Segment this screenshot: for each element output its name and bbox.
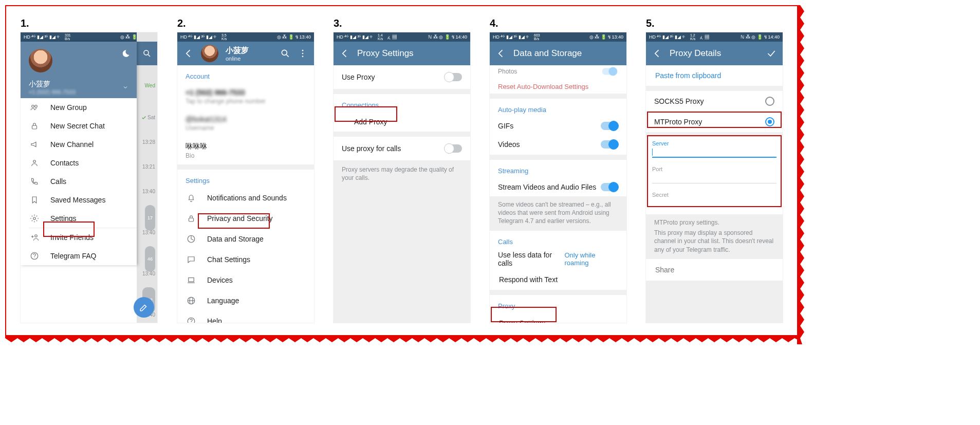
screen-5-proxy-details: HD ⁴ᴳ ▮◢ ³ᴳ ▮◢ ᯤ 1.2K/s ぇ ▦ ℕ ⁂ ◎ 🔋 ↯14:…: [646, 32, 783, 323]
back-icon[interactable]: [183, 48, 194, 59]
toggle-switch[interactable]: [602, 68, 617, 75]
megaphone-icon: [29, 140, 40, 149]
toggle-switch[interactable]: [445, 144, 462, 153]
screen-4-data-storage: HD ⁴ᴳ ▮◢ ³ᴳ ▮◢ ᯤ 603B/s ◎ ⁂ 🔋 ↯13:40 Dat…: [490, 32, 626, 323]
screen-1-drawer: HD ⁴ᴳ ▮◢ ³ᴳ ▮◢ ᯤ 331B/s ◎ ⁂ 🔋 ↯13:40 Wed…: [21, 32, 157, 323]
back-icon[interactable]: [340, 48, 350, 59]
settings-language[interactable]: Language: [177, 290, 314, 311]
less-data-row[interactable]: Use less data for calls Only while roami…: [490, 249, 626, 269]
drawer-label: Telegram FAQ: [50, 252, 96, 260]
proxy-settings-row[interactable]: Proxy Settings: [490, 313, 626, 323]
settings-privacy[interactable]: Privacy and Security: [177, 208, 314, 229]
search-icon[interactable]: [280, 48, 290, 59]
screen-3-proxy-settings: HD ⁴ᴳ ▮◢ ³ᴳ ▮◢ ᯤ 1.4K/s ぇ ▦ ℕ ⁂ ◎ 🔋 ↯14:…: [334, 32, 470, 323]
drawer-item-invite[interactable]: Invite Friends: [21, 228, 137, 247]
screen-2-settings: HD ⁴ᴳ ▮◢ ³ᴳ ▮◢ ᯤ 3.5K/s ◎ ⁂ 🔋 ↯13:40 小菠萝…: [177, 32, 314, 323]
account-bio[interactable]: 咻咻咻 Bio: [177, 137, 314, 164]
use-proxy-calls-toggle[interactable]: Use proxy for calls: [334, 137, 470, 160]
settings-data-storage[interactable]: Data and Storage: [177, 229, 314, 249]
toggle-switch[interactable]: [601, 183, 618, 191]
port-input[interactable]: [652, 172, 776, 183]
drawer-item-calls[interactable]: Calls: [21, 172, 137, 191]
back-icon[interactable]: [652, 48, 662, 59]
drawer-label: New Channel: [50, 140, 94, 149]
paste-clipboard[interactable]: Paste from clipboard: [646, 65, 783, 86]
svg-point-9: [35, 235, 38, 237]
step-5-label: 5.: [646, 17, 655, 29]
videos-toggle[interactable]: Videos: [490, 135, 626, 154]
socks5-radio[interactable]: SOCKS5 Proxy: [646, 91, 783, 112]
section-account: Account: [177, 65, 314, 83]
drawer-item-saved[interactable]: Saved Messages: [21, 191, 137, 209]
use-proxy-toggle[interactable]: Use Proxy: [334, 65, 470, 89]
account-dropdown-icon[interactable]: [122, 84, 128, 90]
reset-auto-download[interactable]: Reset Auto-Download Settings: [490, 80, 626, 94]
port-field[interactable]: Port: [646, 163, 783, 189]
svg-point-3: [35, 105, 38, 108]
server-input[interactable]: [652, 146, 776, 158]
svg-point-12: [282, 50, 287, 55]
status-bar: HD ⁴ᴳ ▮◢ ³ᴳ ▮◢ ᯤ 1.4K/s ぇ ▦ ℕ ⁂ ◎ 🔋 ↯14:…: [334, 32, 470, 42]
drawer-label: Settings: [50, 214, 77, 223]
respond-text-row[interactable]: Respond with Text: [490, 269, 626, 290]
add-proxy-row[interactable]: Add Proxy: [334, 112, 470, 132]
section-streaming: Streaming: [490, 160, 626, 178]
toggle-switch[interactable]: [601, 140, 618, 149]
data-icon: [186, 234, 197, 244]
night-mode-icon[interactable]: [120, 49, 131, 59]
photos-toggle[interactable]: Photos: [490, 65, 626, 80]
drawer-item-contacts[interactable]: Contacts: [21, 154, 137, 172]
chat-icon: [186, 255, 197, 264]
toggle-switch[interactable]: [445, 73, 462, 81]
settings-help[interactable]: Help: [177, 311, 314, 323]
gifs-toggle[interactable]: GIFs: [490, 117, 626, 135]
bell-icon: [186, 193, 197, 202]
gear-icon: [29, 214, 40, 223]
stream-toggle[interactable]: Stream Videos and Audio Files: [490, 178, 626, 196]
settings-notifications[interactable]: Notifications and Sounds: [177, 188, 314, 208]
drawer-item-settings[interactable]: Settings: [21, 209, 137, 228]
compose-fab[interactable]: [134, 297, 154, 318]
back-icon[interactable]: [496, 48, 506, 59]
server-field[interactable]: Server: [646, 137, 783, 163]
settings-chat[interactable]: Chat Settings: [177, 249, 314, 270]
drawer-item-new-group[interactable]: New Group: [21, 98, 137, 117]
svg-rect-17: [189, 218, 194, 221]
menu-icon[interactable]: [298, 48, 308, 59]
drawer-item-new-secret[interactable]: New Secret Chat: [21, 117, 137, 135]
radio-button[interactable]: [765, 117, 774, 126]
mtproto-radio[interactable]: MTProto Proxy: [646, 112, 783, 132]
toggle-label: Use proxy for calls: [342, 144, 401, 153]
avatar[interactable]: [29, 49, 52, 72]
page-title: Proxy Settings: [357, 48, 414, 59]
title-bar: Proxy Details: [646, 42, 783, 65]
radio-button[interactable]: [765, 97, 774, 106]
avatar[interactable]: [201, 45, 218, 62]
search-icon[interactable]: [137, 42, 157, 65]
drawer-header[interactable]: 小菠萝 +1 (502) 966-7533: [21, 42, 137, 98]
account-phone[interactable]: +1 (502) 966-7533 Tap to change phone nu…: [177, 83, 314, 110]
zigzag-right: [797, 5, 807, 344]
svg-rect-4: [32, 125, 37, 129]
share-row[interactable]: Share: [646, 259, 783, 281]
status-bar: HD ⁴ᴳ ▮◢ ³ᴳ ▮◢ ᯤ 3.5K/s ◎ ⁂ 🔋 ↯13:40: [177, 32, 314, 42]
status-bar: HD ⁴ᴳ ▮◢ ³ᴳ ▮◢ ᯤ 1.2K/s ぇ ▦ ℕ ⁂ ◎ 🔋 ↯14:…: [646, 32, 783, 42]
drawer-item-faq[interactable]: Telegram FAQ: [21, 247, 137, 265]
settings-label: Notifications and Sounds: [207, 194, 287, 202]
chat-timestamps: Wed Sat 13:28 13:21 13:4017 13:4046 13:4…: [138, 73, 155, 323]
section-calls: Calls: [490, 231, 626, 249]
section-connections: Connections: [334, 94, 470, 112]
check-icon[interactable]: [766, 48, 776, 59]
settings-devices[interactable]: Devices: [177, 270, 314, 290]
settings-label: Language: [207, 297, 239, 305]
drawer-label: Calls: [50, 177, 66, 186]
svg-point-24: [188, 318, 195, 323]
profile-status: online: [226, 56, 273, 62]
secret-field[interactable]: Secret: [646, 189, 783, 214]
drawer-item-new-channel[interactable]: New Channel: [21, 135, 137, 154]
secret-input[interactable]: [652, 198, 776, 209]
account-username[interactable]: @bokat1314 Username: [177, 110, 314, 137]
step-1-label: 1.: [21, 17, 29, 29]
toggle-switch[interactable]: [601, 122, 618, 130]
svg-point-0: [144, 50, 149, 55]
